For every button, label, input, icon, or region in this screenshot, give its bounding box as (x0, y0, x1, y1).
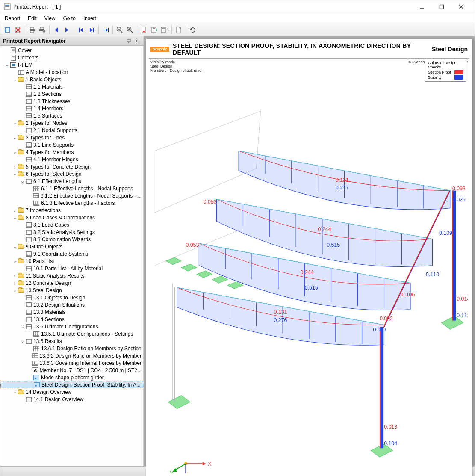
tree-item[interactable]: 1.4 Members (0, 105, 143, 112)
prev-page-icon[interactable] (52, 25, 61, 35)
tree-item[interactable]: ⌄1 Basic Objects (0, 76, 143, 83)
tree-item[interactable]: Steel Design: Section Proof, Stability, … (0, 381, 143, 388)
tree-item-label: 6.1 Effective Lengths (33, 178, 81, 184)
zoom-out-icon[interactable] (115, 25, 124, 35)
menu-report[interactable]: Report (5, 15, 20, 21)
tree-item[interactable]: 3.1 Line Supports (0, 141, 143, 148)
tree-item[interactable]: ⌄14 Design Overview (0, 388, 143, 396)
tree-item[interactable]: ⌄6 Types for Steel Design (0, 170, 143, 177)
tree-item[interactable]: 6.1.1 Effective Lengths - Nodal Supports (0, 185, 143, 192)
chevron-right-icon[interactable]: › (12, 281, 18, 286)
navigator-tree[interactable]: CoverContents⌄RFEMA Model - Location⌄1 B… (0, 46, 143, 466)
maximize-button[interactable] (432, 0, 451, 13)
chevron-down-icon[interactable]: ⌄ (12, 171, 18, 177)
delete-icon[interactable] (13, 25, 23, 35)
chevron-down-icon[interactable]: ⌄ (12, 258, 18, 264)
close-button[interactable] (451, 0, 471, 13)
minimize-button[interactable] (412, 0, 432, 13)
tree-item[interactable]: Mode shape platform girder (0, 374, 143, 381)
zoom-in-icon[interactable] (125, 25, 135, 35)
tree-item[interactable]: 8.3 Combination Wizards (0, 236, 143, 243)
tree-item[interactable]: ⌄8 Load Cases & Combinations (0, 214, 143, 221)
tree-item[interactable]: ⌄13.5 Ultimate Configurations (0, 323, 143, 330)
settings-icon[interactable]: ▾ (160, 25, 169, 35)
tree-item[interactable]: 13.2 Design Situations (0, 301, 143, 308)
tree-item-label: 11 Static Analysis Results (26, 273, 84, 279)
tree-item[interactable]: Contents (0, 54, 143, 61)
tree-item[interactable]: 1.3 Thicknesses (0, 98, 143, 105)
chevron-right-icon[interactable]: › (12, 164, 18, 169)
tree-item[interactable]: ›7 Imperfections (0, 207, 143, 214)
menu-goto[interactable]: Go to (63, 15, 76, 21)
tree-item[interactable]: ⌄RFEM (0, 61, 143, 68)
pin-icon[interactable] (125, 38, 132, 44)
tree-item[interactable]: 1.2 Sections (0, 90, 143, 98)
chevron-down-icon[interactable]: ⌄ (4, 62, 10, 68)
tree-item[interactable]: 10.1 Parts List - All by Material (0, 265, 143, 272)
chevron-right-icon[interactable]: › (12, 273, 18, 278)
last-page-icon[interactable] (87, 25, 96, 35)
print-icon[interactable] (27, 25, 37, 35)
tree-item[interactable]: 13.3 Materials (0, 308, 143, 316)
print-setup-icon[interactable] (38, 25, 47, 35)
refresh-icon[interactable] (188, 25, 198, 35)
tree-item[interactable]: 13.6.2 Design Ratio on Members by Member (0, 352, 143, 359)
tree-item[interactable]: 13.4 Sections (0, 316, 143, 323)
tree-item[interactable]: 13.6.3 Governing Internal Forces by Memb… (0, 359, 143, 367)
save-icon[interactable] (3, 25, 12, 35)
tree-item-label: Mode shape platform girder (41, 375, 104, 381)
tree-item[interactable]: ›12 Concrete Design (0, 279, 143, 287)
svg-text:0.106: 0.106 (401, 292, 415, 298)
tree-item[interactable]: 9.1 Coordinate Systems (0, 250, 143, 257)
tree-item[interactable]: 6.1.3 Effective Lengths - Factors (0, 199, 143, 207)
goto-icon[interactable] (101, 25, 110, 35)
close-panel-icon[interactable] (134, 38, 141, 44)
chevron-down-icon[interactable]: ⌄ (12, 149, 18, 155)
tree-item[interactable]: 8.2 Static Analysis Settings (0, 228, 143, 236)
chevron-down-icon[interactable]: ⌄ (12, 244, 18, 249)
tree-item[interactable]: ›5 Types for Concrete Design (0, 163, 143, 170)
export-icon[interactable] (150, 25, 159, 35)
tree-item[interactable]: 2.1 Nodal Supports (0, 127, 143, 134)
svg-marker-24 (90, 28, 93, 32)
tree-item[interactable]: 14.1 Design Overview (0, 396, 143, 403)
next-page-icon[interactable] (62, 25, 71, 35)
menu-insert[interactable]: Insert (83, 15, 96, 21)
new-doc-icon[interactable] (174, 25, 183, 35)
chevron-right-icon[interactable]: › (12, 208, 18, 213)
chevron-down-icon[interactable]: ⌄ (12, 135, 18, 140)
tree-item[interactable]: ⌄13.6 Results (0, 337, 143, 345)
tree-item[interactable]: ⌄2 Types for Nodes (0, 119, 143, 127)
tree-item[interactable]: ›11 Static Analysis Results (0, 272, 143, 279)
tree-item[interactable]: ⌄6.1 Effective Lengths (0, 177, 143, 185)
svg-text:0.053: 0.053 (186, 242, 199, 248)
tree-item[interactable]: ⌄10 Parts List (0, 257, 143, 265)
chevron-down-icon[interactable]: ⌄ (12, 215, 18, 220)
tree-item[interactable]: ⌄9 Guide Objects (0, 243, 143, 250)
chevron-down-icon[interactable]: ⌄ (12, 77, 18, 82)
tree-item[interactable]: 1.5 Surfaces (0, 112, 143, 119)
tree-item[interactable]: 8.1 Load Cases (0, 221, 143, 228)
export-pdf-icon[interactable] (139, 25, 149, 35)
chevron-down-icon[interactable]: ⌄ (19, 178, 25, 184)
chevron-down-icon[interactable]: ⌄ (19, 324, 25, 329)
chevron-down-icon[interactable]: ⌄ (12, 389, 18, 395)
tree-item[interactable]: A Model - Location (0, 68, 143, 76)
tree-item[interactable]: 6.1.2 Effective Lengths - Nodal Supports… (0, 192, 143, 199)
tree-item[interactable]: 13.5.1 Ultimate Configurations - Setting… (0, 330, 143, 337)
tree-item[interactable]: 13.6.1 Design Ratio on Members by Sectio… (0, 345, 143, 352)
tree-item[interactable]: 1.1 Materials (0, 83, 143, 90)
tree-item[interactable]: 13.1 Objects to Design (0, 294, 143, 301)
tree-item[interactable]: ⌄3 Types for Lines (0, 134, 143, 141)
menu-view[interactable]: View (44, 15, 56, 21)
tree-item[interactable]: Cover (0, 47, 143, 54)
tree-item[interactable]: 4.1 Member Hinges (0, 156, 143, 163)
tree-item[interactable]: ⌄4 Types for Members (0, 148, 143, 156)
menu-edit[interactable]: Edit (28, 15, 37, 21)
chevron-down-icon[interactable]: ⌄ (12, 287, 18, 293)
tree-item[interactable]: AMember No. 7 | DS1 | CO4 | 2.500 m | ST… (0, 367, 143, 374)
tree-item[interactable]: ⌄13 Steel Design (0, 287, 143, 294)
chevron-down-icon[interactable]: ⌄ (12, 120, 18, 126)
chevron-down-icon[interactable]: ⌄ (19, 338, 25, 344)
first-page-icon[interactable] (77, 25, 86, 35)
